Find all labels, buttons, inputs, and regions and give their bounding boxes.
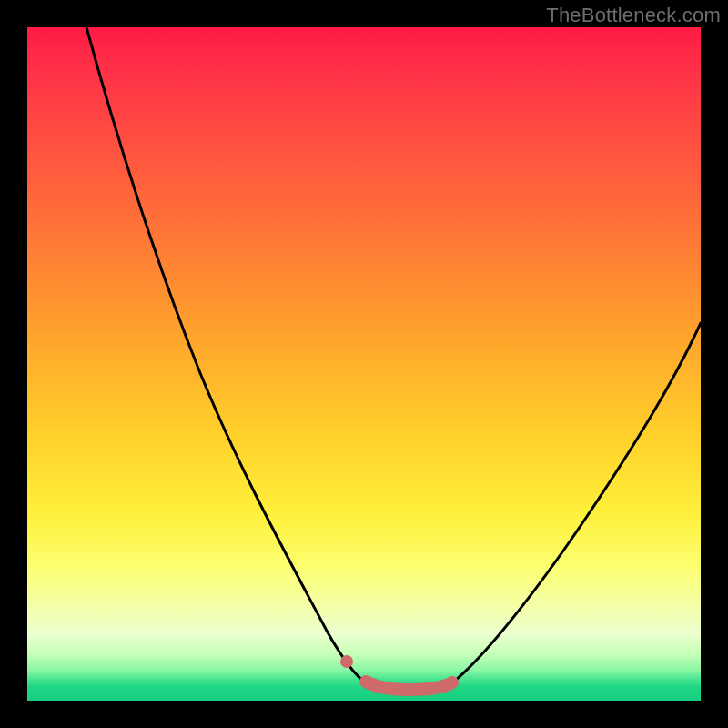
- outer-frame: TheBottleneck.com: [0, 0, 728, 728]
- marker-blob-bottom: [366, 682, 452, 690]
- marker-dot-lone: [340, 655, 353, 668]
- v-curve-left: [86, 27, 366, 682]
- watermark-text: TheBottleneck.com: [546, 4, 721, 27]
- curve-layer: [27, 27, 701, 701]
- plot-area: [27, 27, 701, 701]
- v-curve-right: [450, 323, 701, 684]
